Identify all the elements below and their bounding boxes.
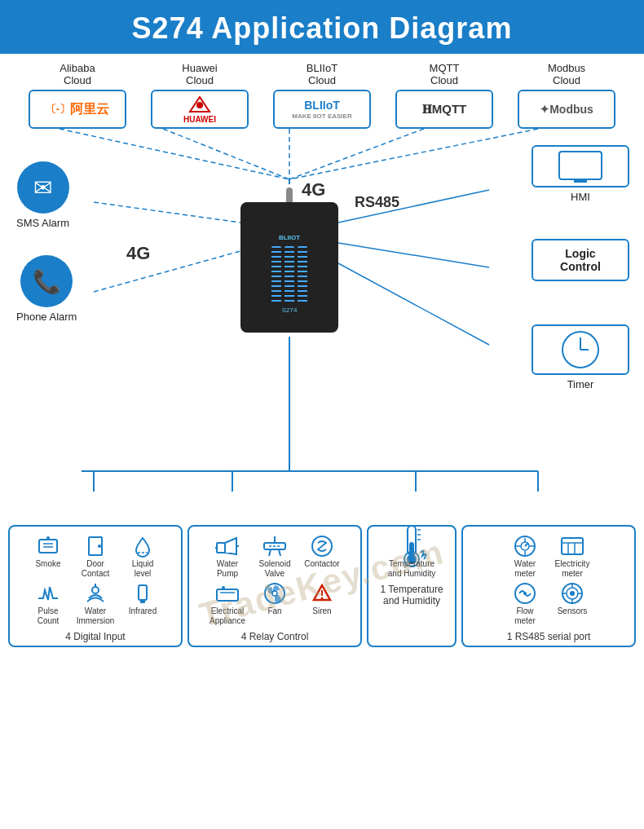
- fan-icon: [263, 580, 286, 606]
- cloud-alibaba: AlibabaCloud 〔-〕阿里云: [24, 62, 130, 129]
- cloud-bliiot-label: BLIIoTCloud: [307, 62, 337, 86]
- svg-line-6: [289, 129, 538, 179]
- hmi-box: [532, 145, 629, 187]
- device-logo: BLIIOT: [279, 234, 300, 241]
- sms-label: SMS Alarm: [16, 217, 69, 229]
- digital-input-icons-top: Smoke DoorContact Liquidlevel: [28, 533, 163, 579]
- cloud-modbus-label: ModbusCloud: [548, 62, 585, 86]
- electricity-meter-icon: [560, 533, 584, 559]
- center-device: BLIIOT S274: [240, 202, 338, 333]
- digital-input-icons-bot: PulseCount WaterImmersion Infrared: [28, 580, 163, 626]
- svg-line-5: [289, 129, 424, 179]
- water-meter-icon: [513, 533, 537, 559]
- temp-humidity-icon: [391, 533, 432, 559]
- cloud-bliiot-box: BLIIoT MAKE IIOT EASIER: [273, 90, 371, 129]
- pulse-item: PulseCount: [28, 580, 68, 626]
- hmi-item: HMI: [532, 145, 629, 203]
- water-pump-icon: [215, 533, 240, 559]
- sensors-item: Sensors: [552, 580, 593, 626]
- svg-marker-37: [225, 538, 236, 554]
- svg-rect-36: [217, 543, 225, 553]
- infrared-item: Infrared: [122, 580, 163, 626]
- rs485-icons-top: Watermeter Electricitymeter: [505, 533, 593, 579]
- temp-icons: Temperatureand Humidity: [379, 533, 444, 579]
- temp-caption: 1 Temperatureand Humidity: [380, 580, 443, 606]
- smoke-icon: [37, 533, 60, 559]
- svg-line-11: [338, 243, 489, 267]
- label-4g-left: 4G: [126, 243, 150, 264]
- water-immersion-item: WaterImmersion: [75, 580, 116, 626]
- contactor-icon: [310, 533, 334, 559]
- appliance-icon: [215, 580, 240, 606]
- temp-humidity-item: Temperatureand Humidity: [379, 533, 444, 579]
- solenoid-item: SolenoidValve: [254, 533, 295, 579]
- cloud-huawei-box: HUAWEI: [151, 90, 249, 129]
- logic-item: LogicControl: [532, 239, 629, 281]
- water-pump-label: WaterPump: [217, 559, 238, 579]
- liquid-label: Liquidlevel: [132, 559, 154, 579]
- fan-label: Fan: [267, 606, 281, 616]
- electricity-meter-label: Electricitymeter: [555, 559, 590, 579]
- diagram-area: 4G 4G RS485 BLIIOT S274 ✉ SMS Alarm 📞 Ph…: [0, 129, 644, 520]
- svg-point-51: [321, 597, 324, 600]
- svg-line-12: [338, 263, 489, 345]
- hmi-label: HMI: [571, 191, 590, 203]
- svg-line-9: [94, 251, 240, 292]
- page-title: S274 Application Diagram: [0, 11, 644, 46]
- timer-item: Timer: [532, 324, 629, 390]
- page-header: S274 Application Diagram: [0, 0, 644, 54]
- label-4g-top: 4G: [302, 179, 325, 201]
- contactor-label: Contactor: [304, 559, 339, 569]
- svg-point-1: [196, 102, 203, 108]
- liquid-icon: [131, 533, 154, 559]
- siren-label: Siren: [312, 606, 331, 616]
- cloud-bliiot: BLIIoTCloud BLIIoT MAKE IIOT EASIER: [269, 62, 375, 129]
- solenoid-label: SolenoidValve: [259, 559, 291, 579]
- sensors-icon: [560, 580, 584, 606]
- cloud-mqtt-box: 𝚮MQTT: [395, 90, 493, 129]
- svg-rect-19: [559, 152, 602, 179]
- relay-icons-top: WaterPump SolenoidValve Contactor: [207, 533, 342, 579]
- logic-box: LogicControl: [532, 239, 629, 281]
- antenna: [286, 187, 293, 202]
- relay-icons-bot: ElectricalAppliance Fan Siren: [207, 580, 342, 626]
- svg-point-32: [92, 587, 99, 593]
- fan-item: Fan: [254, 580, 295, 626]
- bottom-section: Smoke DoorContact Liquidlevel: [0, 520, 644, 647]
- electricity-meter-item: Electricitymeter: [552, 533, 593, 579]
- svg-line-8: [94, 202, 240, 223]
- digital-input-box: Smoke DoorContact Liquidlevel: [8, 525, 183, 647]
- phone-alarm: 📞 Phone Alarm: [16, 255, 77, 323]
- cloud-huawei: HuaweiCloud HUAWEI: [147, 62, 253, 129]
- cloud-alibaba-label: AlibabaCloud: [60, 62, 95, 86]
- relay-caption: 4 Relay Control: [241, 628, 309, 642]
- svg-point-71: [523, 592, 527, 595]
- cloud-row: AlibabaCloud 〔-〕阿里云 HuaweiCloud HUAWEI B…: [0, 54, 644, 129]
- relay-control-box: WaterPump SolenoidValve Contactor: [187, 525, 362, 647]
- svg-rect-34: [139, 585, 147, 600]
- water-meter-label: Watermeter: [514, 559, 536, 579]
- flow-meter-icon: [513, 580, 537, 606]
- phone-label: Phone Alarm: [16, 311, 77, 323]
- siren-icon: [311, 580, 333, 606]
- temp-humidity-label: Temperatureand Humidity: [388, 559, 435, 579]
- appliance-label: ElectricalAppliance: [210, 606, 245, 626]
- door-icon: [84, 533, 107, 559]
- svg-line-3: [163, 129, 289, 179]
- siren-item: Siren: [302, 580, 342, 626]
- rs485-caption: 1 RS485 serial port: [507, 628, 591, 642]
- rs485-port-box: Watermeter Electricitymeter Flowmeter: [461, 525, 636, 647]
- water-immersion-icon: [84, 580, 107, 606]
- svg-rect-25: [39, 540, 57, 553]
- temp-humidity-box: Temperatureand Humidity 1 Temperatureand…: [367, 525, 457, 647]
- label-rs485: RS485: [355, 194, 399, 211]
- svg-line-2: [60, 129, 289, 179]
- phone-icon: 📞: [20, 255, 73, 307]
- svg-rect-53: [409, 542, 414, 555]
- door-item: DoorContact: [75, 533, 116, 579]
- svg-rect-44: [217, 589, 238, 601]
- cloud-modbus-box: ✦Modbus: [518, 90, 615, 129]
- cloud-huawei-label: HuaweiCloud: [182, 62, 217, 86]
- infrared-icon: [134, 580, 152, 606]
- sms-alarm: ✉ SMS Alarm: [16, 161, 69, 229]
